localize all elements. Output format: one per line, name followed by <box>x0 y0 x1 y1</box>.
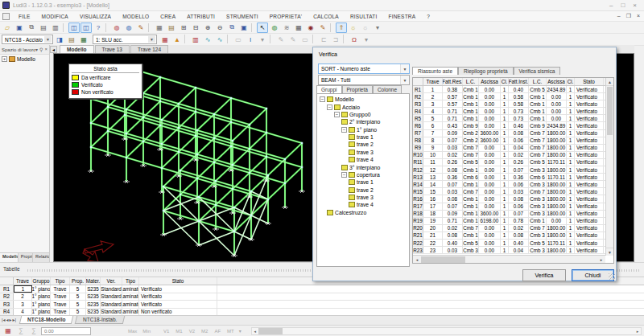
table-row[interactable]: R11110.26Cmb 50.0010.26Cmb 51170.111Veri… <box>413 159 605 166</box>
context-help-icon[interactable]: ? <box>93 23 104 33</box>
menu-proprieta[interactable]: PROPRIETA' <box>264 14 308 19</box>
menu-file[interactable]: FILE <box>13 14 36 19</box>
table-row[interactable]: R110.38Cmb 10.0010.40Cmb 52434.891Verifi… <box>413 86 605 93</box>
zoom-out-icon[interactable]: ⊖ <box>214 23 225 33</box>
sheet-tab-ntc18-modello[interactable]: NTC18-Modello <box>19 316 74 324</box>
globe-green-icon[interactable]: ◍ <box>269 23 280 33</box>
next-sheet-icon[interactable]: ▸ <box>10 317 12 322</box>
column-header[interactable]: Cl. <box>567 78 575 85</box>
tree-item-gruppo0[interactable]: −Gruppo0 <box>317 111 409 118</box>
select-arrow-icon[interactable]: ↖ <box>257 23 268 33</box>
view-window-2-icon[interactable]: ◫ <box>80 23 92 33</box>
table-row[interactable]: R19190.71Cmb 16198.0010.78Cmb 10.001Veri… <box>413 218 605 225</box>
mdi-restore-button[interactable]: ❐ <box>626 13 631 19</box>
load-case-combo[interactable]: 1: SLU acc.▼ <box>93 35 157 44</box>
expander-icon[interactable]: − <box>341 127 347 133</box>
column-header[interactable]: Fatt.Res. <box>443 78 463 85</box>
table-row[interactable]: R14140.07Cmb 10.0010.06Cmb 31800.001Veri… <box>413 181 605 188</box>
table-row[interactable]: R550.71Cmb 10.0010.73Cmb 10.001Verificat… <box>413 115 605 122</box>
mdi-minimize-button[interactable]: – <box>617 13 621 19</box>
dot-2-icon[interactable]: ▾ <box>361 35 372 45</box>
table-row[interactable]: R15150.03Cmb 70.0010.03Cmb 71800.001Veri… <box>413 188 605 195</box>
edit-c-icon[interactable]: ▭ <box>299 35 311 45</box>
table-row[interactable]: R220.57Cmb 10.0010.58Cmb 10.001Verificat… <box>413 93 605 100</box>
code-combo[interactable]: NTC18 - Acciaio▼ <box>2 35 53 44</box>
menu-attributi[interactable]: ATTRIBUTI <box>181 14 221 19</box>
table-row[interactable]: R12120.08Cmb 10.0010.07Cmb 31800.001Veri… <box>413 166 605 174</box>
menu-finestra[interactable]: FINESTRA <box>382 14 421 19</box>
table-row[interactable]: R23230.03Cmb 30.0010.04Cmb 31800.001Veri… <box>413 247 605 254</box>
maximize-button[interactable]: □ <box>621 2 625 9</box>
tree-item-trave-4[interactable]: trave 4 <box>317 156 409 163</box>
column-header[interactable]: Gruppo <box>32 277 51 285</box>
sheet-tab-ntc18-instab-[interactable]: NTC18-Instab. <box>74 316 125 324</box>
tree-item-acciaio[interactable]: −Acciaio <box>317 103 409 110</box>
diagram-n-icon[interactable]: ∿ <box>202 35 213 45</box>
column-header[interactable]: Cl. <box>501 78 509 85</box>
status-button-min[interactable]: Min <box>141 329 152 334</box>
column-header[interactable]: Prop. <box>70 277 86 285</box>
filter-combo[interactable]: BEAM - Tutti▼ <box>318 75 410 85</box>
tree-item-modello[interactable]: −Modello <box>317 96 409 103</box>
last-sheet-icon[interactable]: ▸| <box>13 317 17 322</box>
column-header[interactable]: Stato <box>575 78 604 85</box>
edit-b-icon[interactable]: ✎ <box>287 35 299 45</box>
toggle-more-icon[interactable]: ▾ <box>237 328 243 334</box>
view-tab-trave-124[interactable]: Trave 124 <box>130 45 168 53</box>
dialog-tab-riepilogo-proprietà[interactable]: Riepilogo proprietà <box>458 67 514 75</box>
table-row[interactable]: R10100.02Cmb 70.0010.02Cmb 71800.001Veri… <box>413 152 605 159</box>
scroll-down-icon[interactable]: ▼ <box>606 248 613 256</box>
resize-grip[interactable] <box>609 273 615 280</box>
scroll-up-icon[interactable]: ▲ <box>606 78 613 86</box>
scroll-right-icon[interactable]: ▸ <box>597 256 605 263</box>
column-header[interactable]: Ver. <box>101 277 122 285</box>
expander-icon[interactable]: − <box>327 104 332 110</box>
table-row[interactable]: R16160.08Cmb 10.0010.08Cmb 31800.001Veri… <box>413 195 605 203</box>
view-window-1-icon[interactable]: ◫ <box>68 23 80 33</box>
dot-1-icon[interactable]: ▾ <box>257 35 268 45</box>
tree-item-trave-2[interactable]: trave 2 <box>317 141 409 148</box>
workspace-tree-item-modello[interactable]: + Modello <box>0 55 49 64</box>
edit-pencil-icon[interactable]: ✎ <box>135 23 147 33</box>
dialog-tab-colonne[interactable]: Colonne <box>373 85 402 93</box>
more-dot-icon[interactable]: ▾ <box>372 23 383 33</box>
verify-settings-icon[interactable]: ◨ <box>54 35 65 45</box>
column-header[interactable]: L.C. <box>463 78 479 85</box>
diagram-m-icon[interactable]: ∿ <box>214 35 225 45</box>
expander-icon[interactable]: − <box>341 172 347 178</box>
table-row[interactable]: R20200.02Cmb 70.0010.02Cmb 71800.001Veri… <box>413 225 605 232</box>
combination-table-icon[interactable]: ▦ <box>159 35 171 45</box>
section-box-icon[interactable]: ▭ <box>233 35 244 45</box>
table-row[interactable]: R21210.08Cmb 10.0010.08Cmb 31800.001Veri… <box>413 232 605 240</box>
notebook-icon[interactable]: ▤ <box>66 35 77 45</box>
sum-asc-icon[interactable]: ∑ <box>15 326 27 336</box>
select-sheet-icon[interactable]: ▤ <box>166 23 177 33</box>
view-tab-modello[interactable]: Modello <box>60 45 94 53</box>
select-grid-icon[interactable]: ▦ <box>154 23 165 33</box>
tree-item-copertura[interactable]: −copertura <box>317 171 409 178</box>
column-header[interactable]: Ascissa <box>479 78 501 85</box>
scrollbar-thumb[interactable] <box>258 328 283 334</box>
scroll-left-icon[interactable]: ◂ <box>252 329 258 334</box>
menu-calcola[interactable]: CALCOLA <box>308 14 345 19</box>
scroll-right-icon[interactable]: ▸ <box>634 329 641 334</box>
menu-modifica[interactable]: MODIFICA <box>36 14 74 19</box>
tab-scroll-left-icon[interactable]: ◂ <box>50 46 57 53</box>
result-toggle-m2[interactable]: M2 <box>200 329 209 334</box>
table-row[interactable]: R18180.09Cmb 13600.0010.07Cmb 31800.001V… <box>413 211 605 218</box>
warning-icon[interactable]: ▲ <box>171 35 183 45</box>
tree-item-calcestruzzo[interactable]: Calcestruzzo <box>317 209 409 216</box>
workspace-close-icon[interactable]: × <box>44 47 47 52</box>
view-eye-icon[interactable]: ◉ <box>305 23 316 33</box>
beam-section-icon[interactable]: I <box>245 35 256 45</box>
table-tool-icon[interactable]: ▦ <box>2 326 14 336</box>
tree-item-trave-1[interactable]: trave 1 <box>317 133 409 141</box>
light-off-icon[interactable]: ☼ <box>360 23 371 33</box>
chevron-down-icon[interactable]: ▼ <box>44 36 52 43</box>
result-toggle-m1[interactable]: M1 <box>174 329 184 334</box>
chevron-down-icon[interactable]: ▼ <box>400 76 409 84</box>
expander-icon[interactable]: − <box>334 112 340 117</box>
dialog-tab-riassunto-aste[interactable]: Riassunto aste <box>412 67 458 75</box>
mesh-icon[interactable]: ▦ <box>293 23 304 33</box>
column-header[interactable]: Ascissa <box>547 78 567 85</box>
